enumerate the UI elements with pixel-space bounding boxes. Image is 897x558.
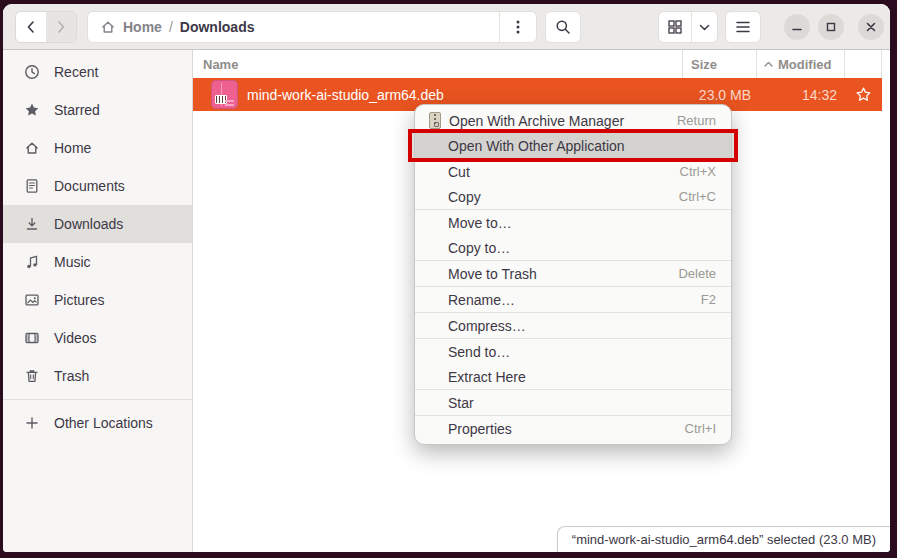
sidebar-item-home[interactable]: Home bbox=[3, 129, 192, 167]
menu-item-open-with-archive-manager[interactable]: Open With Archive Manager Return bbox=[415, 108, 731, 133]
menu-item-label: Rename… bbox=[448, 292, 515, 308]
menu-item-accel: Ctrl+I bbox=[685, 421, 716, 436]
selection-status-bar: “mind-work-ai-studio_arm64.deb” selected… bbox=[557, 526, 890, 552]
column-header-star[interactable] bbox=[845, 50, 882, 78]
sidebar-item-label: Recent bbox=[54, 64, 98, 80]
sort-ascending-icon bbox=[763, 59, 774, 70]
video-icon bbox=[24, 330, 40, 346]
breadcrumb-home[interactable]: Home bbox=[123, 19, 162, 35]
close-icon bbox=[865, 21, 877, 33]
context-menu: Open With Archive Manager Return Open Wi… bbox=[414, 104, 732, 445]
menu-item-label: Star bbox=[448, 395, 474, 411]
sidebar-item-recent[interactable]: Recent bbox=[3, 53, 192, 91]
menu-item-copy-to[interactable]: Copy to… bbox=[415, 235, 731, 260]
sidebar-item-trash[interactable]: Trash bbox=[3, 357, 192, 395]
menu-item-copy[interactable]: Copy Ctrl+C bbox=[415, 184, 731, 209]
menu-item-rename[interactable]: Rename… F2 bbox=[415, 287, 731, 312]
minimize-icon bbox=[791, 21, 803, 33]
menu-item-accel: F2 bbox=[701, 292, 716, 307]
chevron-down-icon bbox=[698, 21, 711, 34]
menu-item-compress[interactable]: Compress… bbox=[415, 313, 731, 338]
music-note-icon bbox=[24, 254, 40, 270]
sidebar-item-label: Starred bbox=[54, 102, 100, 118]
menu-item-accel: Ctrl+C bbox=[679, 189, 716, 204]
menu-item-accel: Ctrl+X bbox=[680, 164, 716, 179]
sidebar-item-videos[interactable]: Videos bbox=[3, 319, 192, 357]
plus-icon bbox=[24, 415, 40, 431]
trash-icon bbox=[24, 368, 40, 384]
sidebar-item-music[interactable]: Music bbox=[3, 243, 192, 281]
sidebar-item-label: Home bbox=[54, 140, 91, 156]
sidebar-item-label: Trash bbox=[54, 368, 89, 384]
column-header-label: Size bbox=[691, 57, 717, 72]
menu-item-extract-here[interactable]: Extract Here bbox=[415, 364, 731, 389]
home-icon bbox=[100, 19, 116, 35]
breadcrumb-separator: / bbox=[169, 19, 173, 35]
sidebar-item-downloads[interactable]: Downloads bbox=[3, 205, 192, 243]
sidebar-item-label: Music bbox=[54, 254, 91, 270]
column-header-label: Modified bbox=[778, 57, 831, 72]
path-options-button[interactable] bbox=[499, 12, 536, 42]
breadcrumb-bar: Home / Downloads bbox=[87, 11, 537, 43]
sidebar-item-label: Pictures bbox=[54, 292, 105, 308]
grid-view-button[interactable] bbox=[659, 12, 692, 42]
status-text: “mind-work-ai-studio_arm64.deb” selected… bbox=[572, 532, 876, 547]
menu-item-label: Open With Archive Manager bbox=[449, 113, 624, 129]
minimize-button[interactable] bbox=[784, 14, 810, 40]
menu-item-label: Copy to… bbox=[448, 240, 510, 256]
sidebar-item-pictures[interactable]: Pictures bbox=[3, 281, 192, 319]
picture-icon bbox=[24, 292, 40, 308]
column-header-label: Name bbox=[203, 57, 238, 72]
sidebar: Recent Starred Home Documents Downloads … bbox=[3, 50, 193, 552]
grid-view-icon bbox=[667, 19, 683, 35]
view-options-dropdown[interactable] bbox=[692, 12, 717, 42]
download-icon bbox=[24, 216, 40, 232]
menu-item-move-to-trash[interactable]: Move to Trash Delete bbox=[415, 261, 731, 286]
sidebar-item-starred[interactable]: Starred bbox=[3, 91, 192, 129]
clock-icon bbox=[24, 64, 40, 80]
menu-item-label: Compress… bbox=[448, 318, 526, 334]
file-star-cell[interactable] bbox=[845, 86, 882, 103]
menu-item-cut[interactable]: Cut Ctrl+X bbox=[415, 159, 731, 184]
close-button[interactable] bbox=[858, 14, 884, 40]
chevron-left-icon bbox=[24, 20, 38, 34]
menu-item-move-to[interactable]: Move to… bbox=[415, 210, 731, 235]
list-column-headers: Name Size Modified bbox=[193, 50, 890, 78]
menu-item-label: Properties bbox=[448, 421, 512, 437]
file-name: mind-work-ai-studio_arm64.deb bbox=[247, 87, 444, 103]
hamburger-icon bbox=[735, 21, 751, 33]
column-header-modified[interactable]: Modified bbox=[757, 50, 845, 78]
star-outline-icon bbox=[855, 86, 872, 103]
search-button[interactable] bbox=[545, 11, 581, 43]
menu-item-accel: Return bbox=[677, 113, 716, 128]
deb-package-icon bbox=[211, 80, 238, 109]
column-header-size[interactable]: Size bbox=[683, 50, 757, 78]
menu-item-open-with-other-application[interactable]: Open With Other Application bbox=[415, 133, 731, 158]
menu-item-label: Copy bbox=[448, 189, 481, 205]
sidebar-item-label: Videos bbox=[54, 330, 97, 346]
breadcrumb: Home / Downloads bbox=[88, 19, 499, 35]
breadcrumb-current[interactable]: Downloads bbox=[180, 19, 255, 35]
sidebar-item-other-locations[interactable]: Other Locations bbox=[3, 404, 192, 442]
back-button[interactable] bbox=[16, 12, 46, 42]
maximize-button[interactable] bbox=[818, 14, 844, 40]
menu-item-accel: Delete bbox=[678, 266, 716, 281]
menu-item-send-to[interactable]: Send to… bbox=[415, 339, 731, 364]
menu-item-properties[interactable]: Properties Ctrl+I bbox=[415, 416, 731, 441]
sidebar-item-label: Documents bbox=[54, 178, 125, 194]
menu-item-label: Move to Trash bbox=[448, 266, 537, 282]
menu-item-label: Open With Other Application bbox=[448, 138, 625, 154]
app-menu-button[interactable] bbox=[725, 11, 761, 43]
file-manager-window: Home / Downloads bbox=[3, 4, 890, 552]
file-size-cell: 23.0 MB bbox=[683, 87, 757, 103]
chevron-right-icon bbox=[54, 20, 68, 34]
sidebar-item-label: Other Locations bbox=[54, 415, 153, 431]
menu-item-label: Cut bbox=[448, 164, 470, 180]
kebab-menu-icon bbox=[516, 19, 520, 35]
sidebar-separator bbox=[3, 399, 192, 400]
column-header-name[interactable]: Name bbox=[193, 50, 683, 78]
forward-button[interactable] bbox=[46, 12, 76, 42]
header-bar: Home / Downloads bbox=[3, 4, 890, 50]
menu-item-star[interactable]: Star bbox=[415, 390, 731, 415]
sidebar-item-documents[interactable]: Documents bbox=[3, 167, 192, 205]
